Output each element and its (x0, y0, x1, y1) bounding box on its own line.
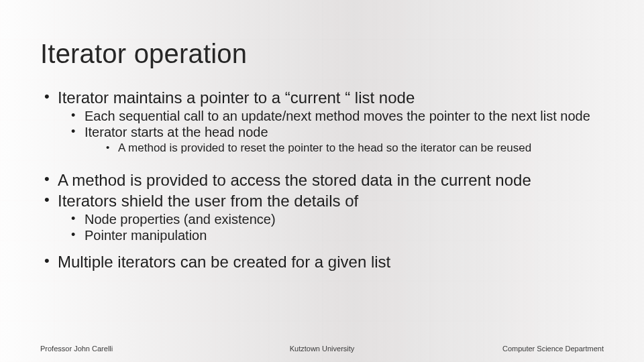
bullet-text: Iterators shield the user from the detai… (58, 192, 358, 210)
footer-center: Kutztown University (290, 345, 355, 353)
bullet-text: Pointer manipulation (85, 228, 207, 243)
bullet-l1: Iterator maintains a pointer to a “curre… (40, 88, 604, 156)
bullet-l3: A method is provided to reset the pointe… (103, 141, 604, 155)
bullet-l2: Pointer manipulation (67, 228, 604, 244)
bullet-sublist: Each sequential call to an update/next m… (58, 109, 604, 156)
bullet-text: A method is provided to access the store… (58, 171, 531, 189)
bullet-l2: Iterator starts at the head node A metho… (67, 125, 604, 156)
bullet-text: Each sequential call to an update/next m… (85, 109, 590, 123)
bullet-l1: A method is provided to access the store… (40, 170, 604, 190)
bullet-subsublist: A method is provided to reset the pointe… (85, 141, 604, 155)
bullet-text: A method is provided to reset the pointe… (118, 141, 531, 154)
bullet-l2: Node properties (and existence) (67, 212, 604, 228)
slide-footer: Professor John Carelli Kutztown Universi… (40, 345, 604, 353)
footer-left: Professor John Carelli (40, 345, 113, 353)
footer-right: Computer Science Department (502, 345, 604, 353)
bullet-l1: Iterators shield the user from the detai… (40, 191, 604, 243)
bullet-text: Multiple iterators can be created for a … (58, 253, 390, 271)
bullet-text: Iterator starts at the head node (85, 125, 268, 139)
bullet-l2: Each sequential call to an update/next m… (67, 109, 604, 125)
bullet-text: Iterator maintains a pointer to a “curre… (58, 88, 415, 107)
spacer (40, 158, 604, 170)
slide-title: Iterator operation (40, 39, 604, 69)
spacer (40, 247, 604, 252)
slide-body: Iterator operation Iterator maintains a … (0, 0, 644, 362)
bullet-sublist: Node properties (and existence) Pointer … (58, 212, 604, 243)
bullet-list: Iterator maintains a pointer to a “curre… (40, 88, 604, 272)
bullet-l1: Multiple iterators can be created for a … (40, 252, 604, 272)
bullet-text: Node properties (and existence) (85, 212, 276, 227)
